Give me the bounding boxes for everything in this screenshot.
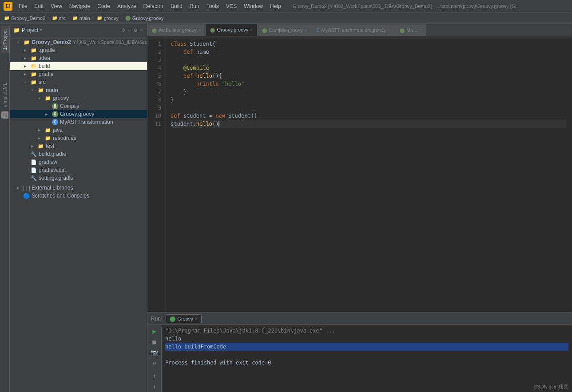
- code-line-1: class Student{: [171, 40, 567, 48]
- compile-label: Compile: [60, 103, 79, 109]
- menu-navigate[interactable]: Navigate: [67, 2, 93, 10]
- tab-groovy-close[interactable]: ×: [250, 28, 253, 32]
- ext-libs-label: External Libraries: [32, 185, 73, 191]
- tree-root[interactable]: ▾ 📁 Groovy_Demo2 Y:\002_WorkSpace\003_ID…: [10, 38, 147, 46]
- locate-file-icon[interactable]: ⊕: [122, 27, 125, 33]
- breadcrumb-main[interactable]: 📁 main: [72, 15, 90, 21]
- project-tab[interactable]: 1: Project: [1, 26, 9, 53]
- tree-external-libs[interactable]: ▶ ||| External Libraries: [10, 184, 147, 192]
- tab-groovy-label: Groovy.groovy: [217, 27, 248, 32]
- tree-compile[interactable]: @ Compile: [10, 102, 147, 110]
- tree-build-gradle[interactable]: 🔧 build.gradle: [10, 150, 147, 158]
- menu-run[interactable]: Run: [187, 2, 202, 10]
- tree-src[interactable]: ▾ 📁 src: [10, 78, 147, 86]
- tab-myast-close[interactable]: ×: [388, 28, 390, 33]
- tab-astbuilder-icon: ⬤: [152, 28, 157, 33]
- code-line-9: [171, 104, 567, 112]
- menu-window[interactable]: Window: [241, 2, 266, 10]
- tree-test[interactable]: ▶ 📁 test: [10, 142, 147, 150]
- tree-scratches[interactable]: 🔵 Scratches and Consoles: [10, 192, 147, 200]
- breadcrumb-src[interactable]: 📁 src: [52, 15, 66, 21]
- tree-gradlew-bat[interactable]: 📄 gradlew.bat: [10, 166, 147, 174]
- breadcrumb-groovy[interactable]: 📁 groovy: [96, 15, 119, 21]
- code-content[interactable]: class Student{ def name @Compile def hel…: [165, 36, 572, 312]
- resources-folder-icon: 📁: [44, 135, 52, 142]
- menu-bar: IJ File Edit View Navigate Code Analyze …: [0, 0, 572, 12]
- ext-libs-icon: |||: [23, 184, 30, 191]
- collapse-all-icon[interactable]: ⇔: [128, 27, 131, 33]
- tree-groovy-file[interactable]: ▶ G Groovy.groovy: [10, 110, 147, 118]
- run-play-icon[interactable]: ▶: [151, 327, 157, 336]
- idea-label: .idea: [39, 55, 50, 61]
- menu-file[interactable]: File: [16, 2, 30, 10]
- gradle2-label: gradle: [39, 71, 53, 77]
- tree-java[interactable]: ▶ 📁 java: [10, 126, 147, 134]
- build-label: build: [39, 63, 50, 69]
- tab-compile[interactable]: ⬤ Compile.groovy ×: [258, 24, 312, 36]
- code-line-2: def name: [171, 48, 567, 56]
- project-dropdown-icon[interactable]: ▾: [40, 28, 42, 32]
- settings-icon[interactable]: ⚙: [134, 27, 137, 33]
- svg-rect-3: [4, 116, 5, 117]
- run-camera-icon[interactable]: 📷: [150, 348, 159, 357]
- menu-view[interactable]: View: [48, 2, 65, 10]
- run-wrap-icon[interactable]: ↩: [151, 359, 157, 368]
- tree-idea[interactable]: ▶ 📁 .idea: [10, 54, 147, 62]
- tab-mo-label: Mo...: [406, 28, 417, 33]
- menu-vcs[interactable]: VCS: [223, 2, 240, 10]
- simpleuml-tab[interactable]: simpleUML: [1, 80, 9, 110]
- root-folder-icon: 📁: [23, 39, 30, 46]
- build-gradle-label: build.gradle: [39, 151, 66, 157]
- run-tab-groovy-label: Groovy: [177, 316, 193, 321]
- gradle2-folder-icon: 📁: [30, 71, 37, 78]
- menu-build[interactable]: Build: [168, 2, 185, 10]
- tree-groovy-folder[interactable]: ▾ 📁 groovy: [10, 94, 147, 102]
- tab-mo[interactable]: ⬤ Mo... ×: [395, 24, 426, 36]
- arrow-src: ▾: [24, 80, 30, 84]
- menu-analyze[interactable]: Analyze: [115, 2, 139, 10]
- tab-compile-close[interactable]: ×: [304, 28, 307, 33]
- menu-code[interactable]: Code: [95, 2, 113, 10]
- run-tab-close[interactable]: ×: [195, 316, 198, 321]
- breadcrumb-sep-2: ›: [68, 16, 70, 20]
- run-tab-groovy[interactable]: ⬤ Groovy ×: [166, 314, 202, 323]
- resources-label: resources: [53, 135, 76, 141]
- code-line-5: def hello(){: [171, 72, 567, 80]
- close-panel-icon[interactable]: −: [140, 27, 143, 33]
- arrow-main: ▾: [31, 88, 37, 92]
- run-stop-icon[interactable]: ■: [151, 337, 157, 346]
- run-line-blank: [165, 351, 568, 359]
- code-line-4: @Compile: [171, 64, 567, 72]
- svg-rect-2: [4, 115, 6, 116]
- arrow-idea: ▶: [24, 56, 30, 60]
- run-sidebar: ▶ ■ 📷 ↩ ↑ ↓ ↩ 🖨: [147, 325, 162, 392]
- code-line-8: }: [171, 96, 567, 104]
- groovy-folder-label: groovy: [53, 95, 69, 101]
- tree-gradle[interactable]: ▶ 📁 gradle: [10, 70, 147, 78]
- menu-edit[interactable]: Edit: [32, 2, 46, 10]
- tree-resources[interactable]: ▶ 📁 resources: [10, 134, 147, 142]
- menu-refactor[interactable]: Refactor: [141, 2, 166, 10]
- file-tree: ▾ 📁 Groovy_Demo2 Y:\002_WorkSpace\003_ID…: [10, 36, 147, 392]
- tab-astbuilder-close[interactable]: ×: [199, 28, 201, 33]
- breadcrumb-project[interactable]: 📁 Groovy_Demo2: [4, 15, 45, 21]
- menu-help[interactable]: Help: [267, 2, 284, 10]
- main-label: main: [46, 87, 58, 93]
- tab-groovy-icon: ⬤: [210, 28, 215, 32]
- code-editor[interactable]: 1 2 3 4 5 6 7 8 9 10 11 class Student{: [147, 36, 572, 312]
- run-scroll-end-icon[interactable]: ↓: [151, 382, 157, 391]
- tab-groovy[interactable]: ⬤ Groovy.groovy ×: [206, 24, 258, 36]
- tab-astbuilder[interactable]: ⬤ AstBuilder.groovy ×: [147, 24, 206, 36]
- tab-mo-close[interactable]: ×: [419, 28, 422, 33]
- breadcrumb-file[interactable]: ⬤ Groovy.groovy: [125, 15, 164, 21]
- arrow-test: ▶: [31, 144, 37, 148]
- tree-settings-gradle[interactable]: 🔧 settings.gradle: [10, 174, 147, 182]
- tab-myast[interactable]: C MyASTTransformation.groovy ×: [312, 24, 395, 36]
- run-scroll-down-icon[interactable]: ↑: [151, 371, 157, 380]
- tree-main[interactable]: ▾ 📁 main: [10, 86, 147, 94]
- tree-gradlew[interactable]: 📄 gradlew: [10, 158, 147, 166]
- tree-build[interactable]: ▶ 📁 build: [10, 62, 147, 70]
- tree-myast[interactable]: C MyASTTransformation: [10, 118, 147, 126]
- tree-gradle-hidden[interactable]: ▶ 📁 .gradle: [10, 46, 147, 54]
- menu-tools[interactable]: Tools: [204, 2, 222, 10]
